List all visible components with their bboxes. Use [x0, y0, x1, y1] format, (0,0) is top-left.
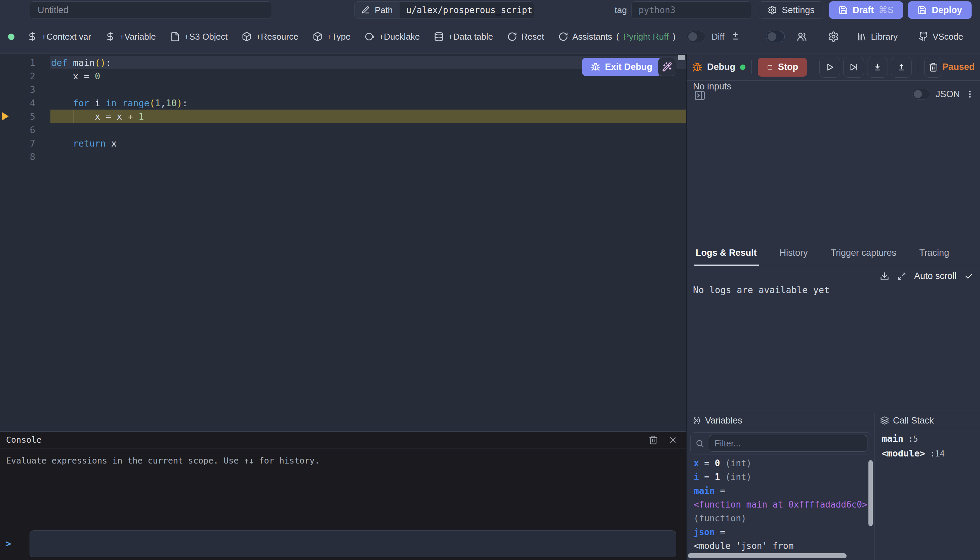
tag-input[interactable]	[632, 1, 751, 19]
close-console-icon[interactable]	[668, 435, 677, 445]
callstack-frame[interactable]: <module> :14	[882, 448, 980, 463]
toolbar-item-context-var[interactable]: +Context var	[27, 32, 91, 42]
script-title-input[interactable]	[30, 1, 271, 19]
code-line-4[interactable]: 4 for i in range(1,10):	[0, 96, 686, 110]
settings-label: Settings	[782, 5, 815, 15]
code-line-6[interactable]: 6	[0, 123, 686, 137]
code-text: x = x + 1	[35, 111, 144, 122]
toolbar-item-s3-object[interactable]: +S3 Object	[170, 32, 228, 42]
callstack-frame[interactable]: main :5	[882, 433, 980, 448]
variables-filter-input[interactable]	[709, 435, 867, 452]
console-header: Console	[0, 432, 686, 448]
code-line-5[interactable]: 5 x = x + 1	[0, 110, 686, 123]
line-number[interactable]: 8	[0, 152, 35, 162]
continue-button[interactable]	[819, 57, 840, 78]
draft-label: Draft	[853, 5, 874, 15]
divider	[918, 60, 918, 74]
variables-vscrollbar[interactable]	[869, 460, 873, 526]
line-number[interactable]: 1	[0, 57, 35, 68]
toolbar-item-label: +S3 Object	[184, 32, 228, 42]
toolbar-item-variable[interactable]: +Variable	[105, 32, 156, 42]
variable-row[interactable]: json =	[694, 525, 875, 539]
toolbar-item-label: +Ducklake	[379, 32, 420, 42]
download-logs-icon[interactable]	[880, 272, 889, 281]
deploy-button[interactable]: Deploy	[908, 1, 972, 19]
variable-row[interactable]: <function main at 0xffffadadd6c0>	[694, 498, 875, 512]
debug-status: Paused	[942, 62, 975, 72]
diff-toggle[interactable]	[687, 31, 705, 42]
debug-console: Console Evaluate expressions in the curr…	[0, 431, 686, 560]
debug-line-highlight	[50, 110, 686, 123]
assistants-paren: )	[672, 32, 676, 42]
tab-history[interactable]: History	[778, 241, 810, 266]
line-number[interactable]: 4	[0, 98, 35, 108]
filter-box	[690, 432, 871, 455]
logs-toolbar: Auto scroll	[687, 266, 980, 281]
code-editor[interactable]: 1def main():2 x = 034 for i in range(1,1…	[0, 54, 686, 431]
code-line-8[interactable]: 8	[0, 150, 686, 163]
wand-sparkles-icon	[662, 62, 672, 72]
variables-list: x = 0 (int)i = 1 (int)main =<function ma…	[687, 457, 875, 553]
discard-debug-button[interactable]	[924, 57, 942, 78]
variables-hscrollbar[interactable]	[688, 553, 847, 558]
diff-icon[interactable]	[730, 31, 741, 42]
toolbar-item-label: +Resource	[256, 32, 298, 42]
exit-debug-button[interactable]: Exit Debug	[582, 58, 661, 76]
tab-tracing[interactable]: Tracing	[917, 241, 951, 266]
variables-callstack-section: Variables x = 0 (int)i = 1 (int)main =<f…	[687, 413, 980, 560]
dollar-icon	[27, 32, 37, 42]
step-over-button[interactable]	[843, 57, 864, 78]
path-label: Path	[375, 5, 393, 15]
line-number[interactable]: 6	[0, 125, 35, 135]
expand-logs-icon[interactable]	[897, 272, 906, 281]
play-icon	[825, 63, 834, 72]
path-group[interactable]: Path u/alex/prosperous_script	[354, 1, 534, 19]
vscode-label: VScode	[933, 32, 963, 42]
code-text: for i in range(1,10):	[35, 98, 188, 108]
variable-row[interactable]: i = 1 (int)	[694, 470, 875, 484]
console-input[interactable]	[30, 530, 676, 557]
editor-toolbar: +Context var+Variable+S3 Object+Resource…	[0, 20, 980, 53]
line-number[interactable]: 2	[0, 71, 35, 81]
editor-scrollbar-thumb[interactable]	[678, 55, 685, 60]
toolbar-item-data-table[interactable]: +Data table	[434, 32, 493, 42]
draft-button[interactable]: Draft ⌘S	[829, 1, 903, 19]
step-out-button[interactable]	[891, 57, 912, 78]
code-line-3[interactable]: 3	[0, 83, 686, 96]
step-into-button[interactable]	[867, 57, 888, 78]
toolbar-item-assistants[interactable]: Assistants (Pyright Ruff)	[558, 32, 676, 42]
tab-trigger-captures[interactable]: Trigger captures	[829, 241, 898, 266]
console-hint: Evaluate expressions in the current scop…	[6, 456, 319, 465]
variable-row[interactable]: (function)	[694, 512, 875, 525]
layers-icon	[880, 416, 889, 425]
ai-wand-button[interactable]	[658, 58, 676, 76]
variable-row[interactable]: main =	[694, 484, 875, 498]
code-text: return x	[35, 138, 116, 148]
pencil-icon	[361, 6, 370, 15]
clear-console-icon[interactable]	[649, 435, 658, 445]
bug-icon	[591, 62, 600, 72]
toolbar-item-resource[interactable]: +Resource	[242, 32, 298, 42]
variable-row[interactable]: x = 0 (int)	[694, 457, 875, 470]
toolbar-item-reset[interactable]: Reset	[507, 32, 544, 42]
variable-row[interactable]: <module 'json' from	[694, 539, 875, 553]
trash-icon	[928, 63, 938, 72]
collab-toggle[interactable]	[766, 31, 785, 42]
settings-button[interactable]: Settings	[759, 1, 824, 19]
toolbar-item-type[interactable]: +Type	[313, 32, 351, 42]
stop-button[interactable]: Stop	[758, 58, 807, 77]
json-toggle[interactable]	[912, 89, 930, 100]
kebab-menu-icon[interactable]	[965, 89, 975, 99]
editor-settings-icon[interactable]	[828, 31, 839, 42]
users-icon[interactable]	[796, 31, 808, 42]
toolbar-item-ducklake[interactable]: +Ducklake	[364, 32, 420, 42]
line-number[interactable]: 3	[0, 84, 35, 95]
code-line-7[interactable]: 7 return x	[0, 137, 686, 150]
path-edit-button[interactable]: Path	[354, 2, 399, 18]
tab-logs-result[interactable]: Logs & Result	[694, 241, 759, 266]
check-icon[interactable]	[965, 272, 973, 281]
line-number[interactable]: 7	[0, 138, 35, 148]
library-button[interactable]: Library	[857, 32, 897, 42]
status-dot	[8, 33, 15, 40]
vscode-button[interactable]: VScode	[918, 32, 963, 42]
